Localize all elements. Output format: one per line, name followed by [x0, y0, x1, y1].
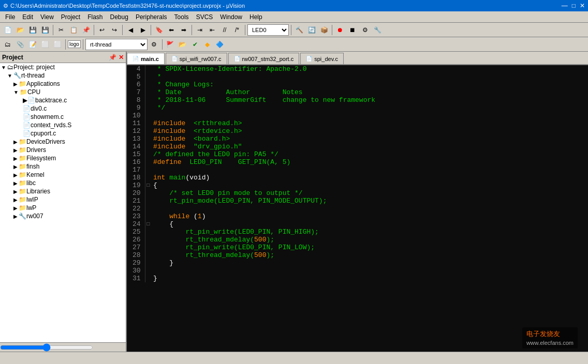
template-btn[interactable]: 📝: [27, 39, 38, 50]
misc1-btn[interactable]: ⬜: [39, 39, 51, 50]
project-close-icon[interactable]: ✕: [119, 54, 124, 61]
code-cell-9[interactable]: */: [151, 104, 588, 112]
debug-start-btn[interactable]: ⏺: [334, 24, 346, 36]
tree-cpuport[interactable]: 📄 cpuport.c: [0, 129, 126, 138]
tree-lwip[interactable]: ▶ 📁 lwIP: [0, 195, 126, 204]
code-cell-14[interactable]: #include "drv_gpio.h": [151, 143, 588, 150]
undo-btn[interactable]: ↩: [96, 24, 108, 36]
forward-btn[interactable]: ▶: [137, 24, 149, 36]
target-dropdown[interactable]: LED0: [247, 24, 289, 36]
menu-svcs[interactable]: SVCS: [193, 12, 216, 22]
unindent-btn[interactable]: ⇤: [207, 24, 218, 36]
tree-showmem[interactable]: 📄 showmem.c: [0, 113, 126, 121]
tree-finsh[interactable]: ▶ 📁 finsh: [0, 162, 126, 171]
code-cell-27[interactable]: rt_pin_write(LED0_PIN, PIN_LOW);: [151, 244, 588, 251]
file-extensions-btn[interactable]: 📎: [14, 39, 26, 50]
menu-project[interactable]: Project: [58, 12, 83, 22]
tree-kernel[interactable]: ▶ 📁 Kernel: [0, 171, 126, 179]
code-cell-5[interactable]: *: [151, 73, 588, 81]
code-cell-22[interactable]: [151, 205, 588, 213]
tree-filesystem[interactable]: ▶ 📁 Filesystem: [0, 154, 126, 162]
menu-peripherals[interactable]: Peripherals: [133, 12, 170, 22]
next-bookmark-btn[interactable]: ➡: [178, 24, 189, 36]
menu-debug[interactable]: Debug: [107, 12, 131, 22]
tree-rw007[interactable]: ▶ 🔧 rw007: [0, 212, 126, 220]
debug-stop-btn[interactable]: ⏹: [347, 24, 358, 36]
tab-spi-dev[interactable]: 📄 spi_dev.c: [300, 53, 344, 64]
tab-spi-wifi[interactable]: 📄 spi_wifi_rw007.c: [166, 53, 227, 64]
menu-tools[interactable]: Tools: [171, 12, 192, 22]
bookmark-btn[interactable]: 🔖: [153, 24, 165, 36]
flag-btn[interactable]: 🚩: [165, 39, 176, 50]
tree-div0[interactable]: 📄 div0.c: [0, 104, 126, 113]
project-window-btn[interactable]: 🗂: [2, 39, 13, 50]
check-btn[interactable]: ✔: [189, 39, 201, 50]
code-cell-25[interactable]: rt_pin_write(LED0_PIN, PIN_HIGH);: [151, 228, 588, 236]
diamond-btn[interactable]: ◆: [202, 39, 213, 50]
back-btn[interactable]: ◀: [125, 24, 136, 36]
code-cell-16[interactable]: #define LED0_PIN GET_PIN(A, 5): [151, 158, 588, 166]
uncomment-btn[interactable]: /*: [231, 24, 243, 36]
paste-btn[interactable]: 📌: [80, 24, 92, 36]
batch-build-btn[interactable]: 📦: [318, 24, 330, 36]
code-cell-21[interactable]: rt_pin_mode(LED0_PIN, PIN_MODE_OUTPUT);: [151, 197, 588, 205]
close-button[interactable]: ✕: [580, 2, 585, 9]
code-cell-11[interactable]: #include <rtthread.h>: [151, 119, 588, 127]
indent-btn[interactable]: ⇥: [194, 24, 205, 36]
save-all-btn[interactable]: 💾: [39, 24, 51, 36]
misc2-btn[interactable]: ⬜: [52, 39, 63, 50]
code-cell-13[interactable]: #include <board.h>: [151, 135, 588, 143]
project-hscroll[interactable]: [0, 344, 93, 351]
code-cell-23[interactable]: while (1): [151, 213, 588, 220]
misc4-btn[interactable]: 🔷: [214, 39, 226, 50]
code-cell-31[interactable]: }: [151, 275, 588, 282]
code-cell-19[interactable]: {: [151, 181, 588, 189]
comment-btn[interactable]: //: [219, 24, 230, 36]
code-cell-10[interactable]: [151, 112, 588, 119]
menu-window[interactable]: Window: [217, 12, 245, 22]
tree-drivers[interactable]: ▶ 📁 Drivers: [0, 146, 126, 154]
code-cell-17[interactable]: [151, 166, 588, 174]
build-btn[interactable]: 🔨: [293, 24, 305, 36]
tree-devicedrivers[interactable]: ▶ 📁 DeviceDrivers: [0, 138, 126, 146]
tab-rw007-port[interactable]: 📄 rw007_stm32_port.c: [228, 53, 300, 64]
code-cell-6[interactable]: * Change Logs:: [151, 81, 588, 88]
cut-btn[interactable]: ✂: [55, 24, 67, 36]
tree-applications[interactable]: ▶ 📁 Applications: [0, 80, 126, 88]
menu-edit[interactable]: Edit: [19, 12, 36, 22]
menu-help[interactable]: Help: [246, 12, 266, 22]
tab-main-c[interactable]: 📄 main.c: [127, 53, 165, 64]
code-cell-20[interactable]: /* set LED0 pin mode to output */: [151, 189, 588, 197]
tree-backtrace[interactable]: ▶ 📄 backtrace.c: [0, 96, 126, 104]
code-cell-24[interactable]: {: [151, 220, 588, 228]
copy-btn[interactable]: 📋: [68, 24, 79, 36]
tree-root[interactable]: ▼ 🗂 Project: project: [0, 63, 126, 71]
prev-bookmark-btn[interactable]: ⬅: [166, 24, 177, 36]
line-fold-19[interactable]: □: [145, 181, 151, 189]
code-cell-26[interactable]: rt_thread_mdelay(500);: [151, 236, 588, 244]
code-cell-18[interactable]: int main(void): [151, 174, 588, 181]
tree-lwp[interactable]: ▶ 📁 lwP: [0, 204, 126, 212]
tree-cpu[interactable]: ▼ 📁 CPU: [0, 88, 126, 96]
file-btn[interactable]: 📂: [177, 39, 188, 50]
code-cell-4[interactable]: * SPDX-License-Identifier: Apache-2.0: [151, 65, 588, 73]
code-cell-28[interactable]: rt_thread_mdelay(500);: [151, 251, 588, 259]
tree-context[interactable]: 📄 context_rvds.S: [0, 121, 126, 129]
code-cell-12[interactable]: #include <rtdevice.h>: [151, 127, 588, 135]
settings-btn[interactable]: 🔧: [372, 24, 383, 36]
save-btn[interactable]: 💾: [27, 24, 38, 36]
open-btn[interactable]: 📂: [14, 24, 26, 36]
options-btn[interactable]: ⚙: [359, 24, 371, 36]
code-cell-15[interactable]: /* defined the LED0 pin: PA5 */: [151, 150, 588, 158]
menu-view[interactable]: View: [37, 12, 57, 22]
minimize-button[interactable]: —: [562, 2, 568, 9]
code-cell-29[interactable]: }: [151, 259, 588, 267]
misc3-btn[interactable]: ⚙: [149, 39, 160, 50]
project-pin-icon[interactable]: 📌: [109, 54, 116, 61]
code-cell-30[interactable]: [151, 267, 588, 275]
tree-libc[interactable]: ▶ 📁 libc: [0, 179, 126, 187]
line-fold-24[interactable]: □: [145, 220, 151, 228]
code-cell-7[interactable]: * Date Author Notes: [151, 88, 588, 96]
code-cell-8[interactable]: * 2018-11-06 SummerGift change to new fr…: [151, 96, 588, 104]
rebuild-btn[interactable]: 🔄: [306, 24, 317, 36]
